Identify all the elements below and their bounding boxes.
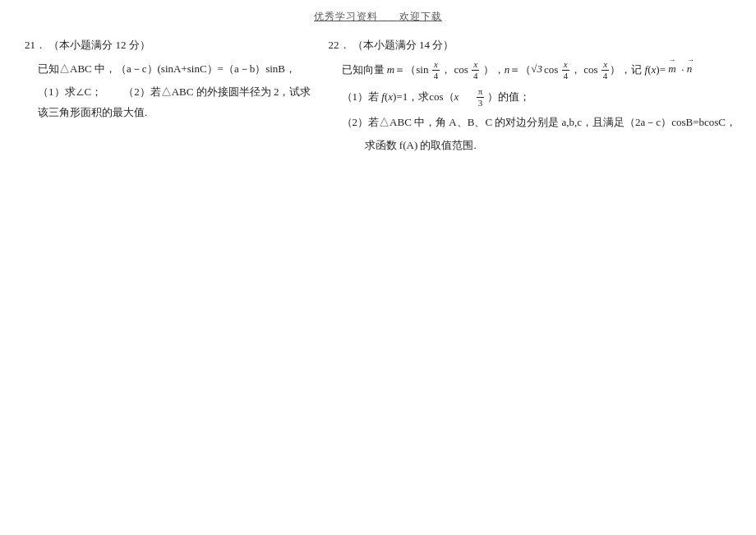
q22-sub2: （2）若△ABC 中，角 A、B、C 的对边分别是 a,b,c，且满足（2a－c… [342,113,740,133]
q22-sub2-cont: 求函数 f(A) 的取值范围. [365,136,740,156]
q22-points: （本小题满分 14 分） [353,39,454,51]
frac-numerator-x2: x [472,59,479,71]
q22-sub2-cont-text: 求函数 f(A) 的取值范围. [365,139,477,151]
q21-sub1: （1）求∠C； （2）若△ABC 的外接圆半径为 2，试求该三角形面积的最大值. [38,82,312,122]
q21-condition: 已知△ABC 中，（a－c）(sinA+sinC）=（a－b）sinB， [38,59,312,80]
question-21-block: 21． （本小题满分 12 分） 已知△ABC 中，（a－c）(sinA+sin… [25,37,312,123]
q22-condition: 已知向量 m＝（sin x 4 ， cos x 4 ），n＝（√3 cos x [342,59,740,81]
frac-x-4-3: x 4 [561,59,569,81]
q21-points: （本小题满分 12 分） [48,39,150,51]
frac-x-4-1: x 4 [432,59,440,81]
question-21-title: 21． （本小题满分 12 分） [25,37,312,54]
question-22-title: 22． （本小题满分 14 分） [329,37,740,54]
right-column: 22． （本小题满分 14 分） 已知向量 m＝（sin x 4 ， cos x [320,37,740,169]
q22-sub1: （1）若 f(x)=1，求cos（x π 3 ）的值； [342,86,740,108]
frac-3-den: 3 [477,98,485,108]
page-header: 优秀学习资料＿＿欢迎下载 [0,0,756,29]
frac-denominator-44: 4 [602,71,610,81]
frac-numerator-x3: x [562,59,569,71]
q21-number: 21． [25,39,46,51]
q22-sub2-text: （2）若△ABC 中，角 A、B、C 的对边分别是 a,b,c，且满足（2a－c… [342,116,736,128]
frac-denominator-4: 4 [432,71,440,81]
frac-numerator-x: x [432,59,440,71]
question-22-block: 22． （本小题满分 14 分） 已知向量 m＝（sin x 4 ， cos x [329,37,740,156]
question-21-body: 已知△ABC 中，（a－c）(sinA+sinC）=（a－b）sinB， （1）… [38,59,312,123]
frac-pi-3: π 3 [477,86,485,108]
frac-denominator-42: 4 [472,71,480,81]
frac-denominator-43: 4 [561,71,569,81]
q21-condition-text: 已知△ABC 中，（a－c）(sinA+sinC）=（a－b）sinB， [38,62,296,75]
question-22-body: 已知向量 m＝（sin x 4 ， cos x 4 ），n＝（√3 cos x [342,59,740,156]
frac-x-4-2: x 4 [472,59,480,81]
left-column: 21． （本小题满分 12 分） 已知△ABC 中，（a－c）(sinA+sin… [16,37,320,169]
frac-pi-num: π [477,86,485,98]
q22-number: 22． [329,39,350,51]
q21-sub1-label: （1）求∠C； [38,85,102,98]
content-area: 21． （本小题满分 12 分） 已知△ABC 中，（a－c）(sinA+sin… [0,29,756,178]
header-text: 优秀学习资料＿＿欢迎下载 [314,11,442,22]
frac-x-4-4: x 4 [602,59,610,81]
frac-numerator-x4: x [602,59,609,71]
page-container: 优秀学习资料＿＿欢迎下载 21． （本小题满分 12 分） 已知△ABC 中，（… [0,0,756,535]
